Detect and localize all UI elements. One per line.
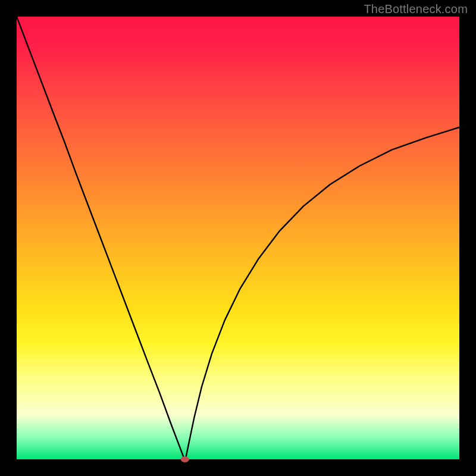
optimum-marker xyxy=(181,457,189,462)
watermark-text: TheBottleneck.com xyxy=(364,2,468,16)
plot-area xyxy=(17,17,459,459)
curve-svg xyxy=(17,17,459,459)
chart-frame: TheBottleneck.com xyxy=(0,0,476,476)
bottleneck-curve xyxy=(17,17,459,459)
